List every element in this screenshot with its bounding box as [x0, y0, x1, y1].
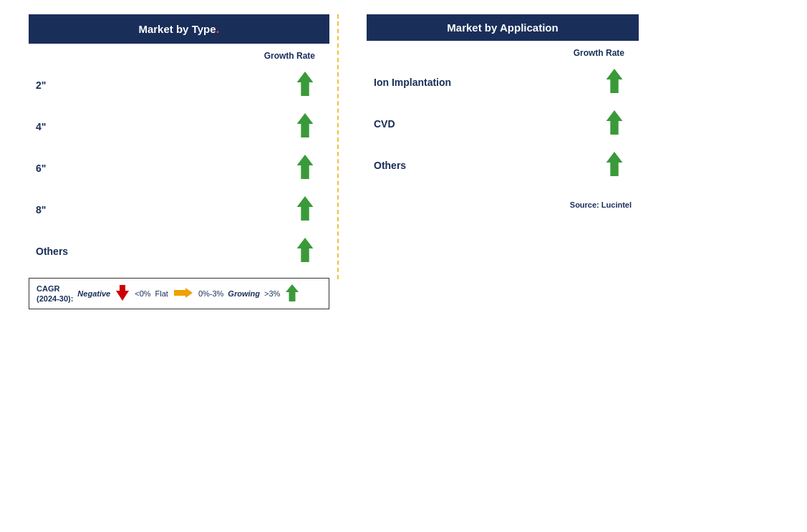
- right-row-1-arrow: [604, 67, 624, 97]
- left-row-5-label: Others: [36, 246, 68, 257]
- left-row-4-arrow: [295, 195, 315, 225]
- svg-marker-3: [297, 196, 314, 221]
- legend-cagr: CAGR (2024-30):: [37, 284, 73, 304]
- legend-negative-label: Negative: [77, 289, 110, 298]
- left-row-5: Others: [29, 231, 329, 272]
- legend-negative-pct: <0%: [135, 289, 150, 298]
- legend-red-arrow: [115, 284, 130, 304]
- svg-marker-0: [297, 72, 314, 96]
- right-header: Market by Application: [367, 14, 639, 41]
- left-row-5-arrow: [295, 236, 315, 266]
- left-panel: Market by Type. Growth Rate 2" 4" 6": [29, 14, 329, 309]
- left-row-3-label: 6": [36, 163, 46, 174]
- left-row-2-arrow: [295, 112, 315, 142]
- left-row-4-label: 8": [36, 204, 46, 216]
- right-growth-rate-label: Growth Rate: [367, 48, 639, 58]
- right-row-3-label: Others: [374, 160, 406, 171]
- left-row-2-label: 4": [36, 121, 46, 132]
- legend-growing-pct: >3%: [264, 289, 280, 298]
- right-title: Market by Application: [447, 21, 558, 34]
- left-row-4: 8": [29, 189, 329, 231]
- right-row-3-arrow: [604, 150, 624, 180]
- left-title: Market by Type: [138, 23, 216, 35]
- left-row-1-arrow: [295, 70, 315, 100]
- svg-marker-10: [607, 152, 623, 176]
- legend-orange-arrow: [173, 286, 194, 301]
- right-panel: Market by Application Growth Rate Ion Im…: [367, 14, 639, 309]
- svg-marker-8: [607, 69, 623, 93]
- legend-box: CAGR (2024-30): Negative <0% Flat 0%-3% …: [29, 278, 329, 309]
- right-row-2: CVD: [367, 103, 639, 145]
- svg-marker-4: [297, 238, 314, 262]
- svg-marker-6: [174, 288, 193, 298]
- right-row-3: Others: [367, 145, 639, 186]
- svg-marker-2: [297, 155, 314, 179]
- legend-growing-label: Growing: [228, 289, 260, 298]
- red-dot: .: [216, 21, 220, 36]
- legend-green-arrow: [284, 283, 300, 304]
- left-growth-rate-label: Growth Rate: [29, 51, 329, 61]
- legend-flat-pct: 0%-3%: [198, 289, 223, 298]
- left-row-3-arrow: [295, 153, 315, 183]
- left-row-1-label: 2": [36, 79, 46, 91]
- left-row-3: 6": [29, 147, 329, 189]
- svg-marker-9: [607, 110, 623, 135]
- svg-marker-1: [297, 113, 314, 137]
- right-row-2-label: CVD: [374, 118, 395, 130]
- left-row-2: 4": [29, 106, 329, 147]
- right-row-1: Ion Implantation: [367, 62, 639, 103]
- main-container: Market by Type. Growth Rate 2" 4" 6": [0, 0, 807, 324]
- right-row-1-label: Ion Implantation: [374, 77, 451, 88]
- svg-marker-5: [116, 285, 129, 301]
- legend-flat-label: Flat: [155, 289, 168, 298]
- panel-divider: [337, 14, 338, 309]
- left-header: Market by Type.: [29, 14, 329, 44]
- svg-marker-7: [286, 284, 299, 301]
- left-row-1: 2": [29, 64, 329, 106]
- right-row-2-arrow: [604, 109, 624, 139]
- source-text: Source: Lucintel: [367, 200, 639, 209]
